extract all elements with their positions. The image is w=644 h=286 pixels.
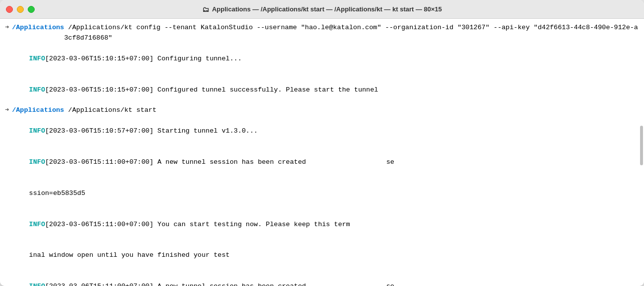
- minimize-button[interactable]: [17, 6, 24, 13]
- prompt-arrow: ➜: [5, 105, 9, 116]
- prompt-cmd: /Applications/kt config --tenant Katalon…: [64, 23, 639, 44]
- maximize-button[interactable]: [28, 6, 35, 13]
- close-button[interactable]: [6, 6, 13, 13]
- info-text: ssion=eb5835d5: [29, 190, 85, 197]
- title-bar: 🗂 Applications — /Applications/kt start …: [0, 0, 644, 19]
- info-text: [2023-03-06T15:10:15+07:00] Configuring …: [45, 55, 242, 62]
- terminal-line: ➜ /Applications /Applications/kt start: [5, 105, 639, 116]
- prompt-arrow: ➜: [5, 23, 9, 33]
- info-label: INFO: [29, 55, 45, 62]
- terminal-line-continued: inal window open until you have finished…: [5, 240, 639, 271]
- info-label: INFO: [29, 127, 45, 135]
- info-text: [2023-03-06T15:11:00+07:00] You can star…: [45, 221, 350, 228]
- prompt-dir: /Applications: [12, 105, 64, 116]
- info-text: [2023-03-06T15:11:00+07:00] A new tunnel…: [45, 283, 394, 286]
- terminal-line: INFO[2023-03-06T15:11:00+07:00] A new tu…: [5, 147, 639, 178]
- terminal-line: INFO[2023-03-06T15:10:15+07:00] Configur…: [5, 44, 639, 75]
- terminal-line: ➜ /Applications /Applications/kt config …: [5, 23, 639, 44]
- scrollbar[interactable]: [640, 126, 643, 165]
- info-text: [2023-03-06T15:10:57+07:00] Starting tun…: [45, 127, 258, 135]
- info-label: INFO: [29, 283, 45, 286]
- terminal-line: INFO[2023-03-06T15:11:00+07:00] A new tu…: [5, 271, 639, 286]
- traffic-lights: [6, 6, 35, 13]
- terminal-window: 🗂 Applications — /Applications/kt start …: [0, 0, 644, 286]
- folder-icon: 🗂: [202, 5, 209, 13]
- terminal-line: INFO[2023-03-06T15:10:57+07:00] Starting…: [5, 116, 639, 147]
- info-text: [2023-03-06T15:11:00+07:00] A new tunnel…: [45, 158, 394, 166]
- info-label: INFO: [29, 86, 45, 94]
- terminal-line-continued: ssion=eb5835d5: [5, 178, 639, 209]
- info-text: inal window open until you have finished…: [29, 251, 230, 259]
- info-text: [2023-03-06T15:10:15+07:00] Configured t…: [45, 86, 378, 94]
- info-label: INFO: [29, 221, 45, 228]
- prompt-cmd: /Applications/kt start: [64, 105, 639, 116]
- prompt-dir: /Applications: [12, 23, 64, 33]
- terminal-line: INFO[2023-03-06T15:11:00+07:00] You can …: [5, 209, 639, 240]
- window-title: 🗂 Applications — /Applications/kt start …: [202, 5, 442, 13]
- terminal-body[interactable]: ➜ /Applications /Applications/kt config …: [0, 19, 644, 286]
- terminal-line: INFO[2023-03-06T15:10:15+07:00] Configur…: [5, 75, 639, 106]
- info-label: INFO: [29, 158, 45, 166]
- title-text: Applications — /Applications/kt start — …: [212, 5, 442, 13]
